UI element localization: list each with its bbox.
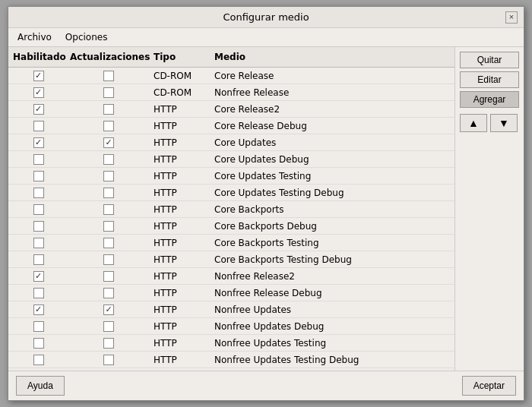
main-area: Habilitado Actualizaciones Tipo Medio CD… xyxy=(8,47,524,371)
menu-archivo[interactable]: Archivo xyxy=(14,30,55,44)
actualizaciones-checkbox[interactable] xyxy=(103,321,114,332)
table-area: Habilitado Actualizaciones Tipo Medio CD… xyxy=(8,47,455,371)
table-row[interactable]: HTTPNonfree Updates Debug xyxy=(8,318,454,335)
medio-cell: Nonfree Updates Testing Debug xyxy=(211,353,453,367)
habilitado-checkbox[interactable] xyxy=(33,171,44,181)
table-row[interactable]: HTTPNonfree Updates Testing xyxy=(8,335,454,352)
tipo-cell: HTTP xyxy=(150,303,211,317)
col-medio: Medio xyxy=(211,50,453,64)
tipo-cell: HTTP xyxy=(150,153,211,166)
table-row[interactable]: HTTPCore Updates Testing xyxy=(8,168,454,185)
medio-cell: Core Updates Testing Debug xyxy=(211,186,453,200)
tipo-cell: HTTP xyxy=(150,320,211,333)
editar-button[interactable]: Editar xyxy=(460,71,519,88)
habilitado-checkbox[interactable] xyxy=(33,355,44,365)
medio-cell: Core Release Debug xyxy=(211,119,453,133)
actualizaciones-checkbox[interactable] xyxy=(103,121,114,131)
medio-cell: Nonfree Updates Testing xyxy=(211,336,453,350)
habilitado-checkbox[interactable] xyxy=(33,304,44,315)
tipo-cell: HTTP xyxy=(150,169,211,183)
help-button[interactable]: Ayuda xyxy=(16,376,65,396)
actualizaciones-checkbox[interactable] xyxy=(103,87,114,98)
medio-cell: Core Backports Debug xyxy=(211,219,453,233)
table-row[interactable]: HTTPCore Release2 xyxy=(8,101,454,118)
actualizaciones-checkbox[interactable] xyxy=(103,137,114,148)
tipo-cell: HTTP xyxy=(150,186,211,200)
bottom-bar: Ayuda Aceptar xyxy=(8,371,524,400)
habilitado-checkbox[interactable] xyxy=(33,204,44,215)
tipo-cell: CD-ROM xyxy=(150,69,211,83)
medio-cell: Nonfree Updates xyxy=(211,303,453,317)
table-row[interactable]: HTTPCore Updates Testing Debug xyxy=(8,185,454,201)
medio-cell: Nonfree Release xyxy=(211,86,453,99)
tipo-cell: HTTP xyxy=(150,103,211,116)
tipo-cell: HTTP xyxy=(150,270,211,283)
table-row[interactable]: HTTPCore Backports Testing Debug xyxy=(8,251,454,268)
move-down-button[interactable]: ▼ xyxy=(490,114,518,132)
medio-cell: Core Release xyxy=(211,69,453,83)
table-body[interactable]: CD-ROMCore ReleaseCD-ROMNonfree ReleaseH… xyxy=(8,68,454,371)
close-button[interactable]: × xyxy=(505,11,518,24)
medio-cell: Nonfree Updates Debug xyxy=(211,320,453,333)
habilitado-checkbox[interactable] xyxy=(33,104,44,115)
move-up-button[interactable]: ▲ xyxy=(460,114,487,132)
habilitado-checkbox[interactable] xyxy=(33,338,44,349)
habilitado-checkbox[interactable] xyxy=(33,254,44,265)
tipo-cell: HTTP xyxy=(150,236,211,250)
accept-button[interactable]: Aceptar xyxy=(462,376,516,396)
table-row[interactable]: HTTPCore Backports Debug xyxy=(8,218,454,235)
table-row[interactable]: HTTPNonfree Release2 xyxy=(8,268,454,285)
actualizaciones-checkbox[interactable] xyxy=(103,288,114,298)
medio-cell: Core Release2 xyxy=(211,103,453,116)
actualizaciones-checkbox[interactable] xyxy=(103,254,114,265)
actualizaciones-checkbox[interactable] xyxy=(103,338,114,349)
table-row[interactable]: HTTPCore Backports xyxy=(8,201,454,218)
medio-cell: Core Backports Testing xyxy=(211,236,453,250)
actualizaciones-checkbox[interactable] xyxy=(103,154,114,165)
actualizaciones-checkbox[interactable] xyxy=(103,171,114,181)
tipo-cell: CD-ROM xyxy=(150,86,211,99)
habilitado-checkbox[interactable] xyxy=(33,188,44,198)
col-tipo: Tipo xyxy=(150,50,211,64)
habilitado-checkbox[interactable] xyxy=(33,71,44,81)
quitar-button[interactable]: Quitar xyxy=(460,52,519,68)
table-row[interactable]: CD-ROMNonfree Release xyxy=(8,84,454,101)
medio-cell: Nonfree Release2 xyxy=(211,270,453,283)
medio-cell: Core Backports xyxy=(211,203,453,216)
actualizaciones-checkbox[interactable] xyxy=(103,71,114,81)
table-row[interactable]: HTTPNonfree Updates Testing Debug xyxy=(8,352,454,368)
habilitado-checkbox[interactable] xyxy=(33,271,44,282)
actualizaciones-checkbox[interactable] xyxy=(103,355,114,365)
habilitado-checkbox[interactable] xyxy=(33,121,44,131)
table-row[interactable]: HTTPCore Updates Debug xyxy=(8,151,454,168)
menu-bar: Archivo Opciones xyxy=(8,28,524,47)
actualizaciones-checkbox[interactable] xyxy=(103,304,114,315)
habilitado-checkbox[interactable] xyxy=(33,288,44,298)
habilitado-checkbox[interactable] xyxy=(33,321,44,332)
habilitado-checkbox[interactable] xyxy=(33,221,44,232)
habilitado-checkbox[interactable] xyxy=(33,154,44,165)
actualizaciones-checkbox[interactable] xyxy=(103,204,114,215)
arrow-row: ▲ ▼ xyxy=(460,114,519,132)
actualizaciones-checkbox[interactable] xyxy=(103,221,114,232)
actualizaciones-checkbox[interactable] xyxy=(103,104,114,115)
habilitado-checkbox[interactable] xyxy=(33,238,44,248)
habilitado-checkbox[interactable] xyxy=(33,87,44,98)
table-header: Habilitado Actualizaciones Tipo Medio xyxy=(8,47,454,68)
table-row[interactable]: HTTPNonfree Updates xyxy=(8,301,454,318)
table-row[interactable]: HTTPCore Release Debug xyxy=(8,118,454,134)
actualizaciones-checkbox[interactable] xyxy=(103,271,114,282)
medio-cell: Core Backports Testing Debug xyxy=(211,253,453,267)
agregar-button[interactable]: Agregar xyxy=(460,91,519,108)
medio-cell: Nonfree Release Debug xyxy=(211,286,453,300)
table-row[interactable]: HTTPCore Updates xyxy=(8,134,454,151)
tipo-cell: HTTP xyxy=(150,253,211,267)
table-row[interactable]: CD-ROMCore Release xyxy=(8,68,454,84)
actualizaciones-checkbox[interactable] xyxy=(103,188,114,198)
table-row[interactable]: HTTPNonfree Release Debug xyxy=(8,285,454,301)
menu-opciones[interactable]: Opciones xyxy=(62,30,111,44)
title-bar: Configurar medio × xyxy=(8,7,524,28)
table-row[interactable]: HTTPCore Backports Testing xyxy=(8,235,454,251)
actualizaciones-checkbox[interactable] xyxy=(103,238,114,248)
habilitado-checkbox[interactable] xyxy=(33,137,44,148)
